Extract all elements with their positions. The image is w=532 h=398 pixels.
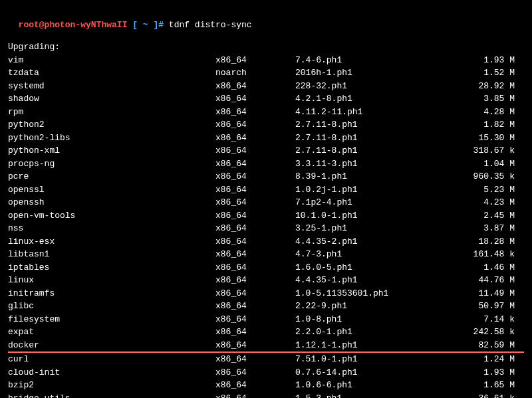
package-arch: x86_64: [215, 339, 295, 352]
package-size: 4.23 M: [428, 196, 515, 209]
package-version: 1.6.0-5.ph1: [295, 261, 428, 274]
package-arch: x86_64: [215, 300, 295, 313]
package-version: 2.22-9.ph1: [295, 300, 428, 313]
package-name: libtasn1: [8, 248, 215, 261]
prompt-path: [ ~ ]#: [127, 20, 164, 30]
package-version: 0.7.6-14.ph1: [295, 366, 428, 379]
package-version: 10.1.0-1.ph1: [295, 209, 428, 223]
package-version: 1.0.6-6.ph1: [295, 379, 428, 392]
package-name: systemd: [8, 80, 215, 93]
package-arch: x86_64: [215, 313, 295, 326]
package-size: 161.48 k: [428, 248, 515, 261]
package-size: 3.85 M: [428, 92, 515, 106]
package-row: dockerx86_641.12.1-1.ph182.59 M: [8, 339, 524, 353]
package-size: 242.58 k: [428, 326, 515, 339]
package-size: 1.82 M: [428, 118, 515, 132]
package-version: 228-32.ph1: [295, 80, 428, 93]
package-version: 3.3.11-3.ph1: [295, 157, 428, 171]
package-size: 4.28 M: [428, 106, 515, 119]
package-arch: x86_64: [215, 183, 295, 197]
package-name: openssh: [8, 196, 215, 209]
package-version: 4.7-3.ph1: [295, 248, 428, 261]
package-size: 28.92 M: [428, 80, 515, 93]
package-version: 2.7.11-8.ph1: [295, 132, 428, 145]
package-size: 50.97 M: [428, 300, 515, 313]
package-name: vim: [8, 54, 215, 67]
package-name: glibc: [8, 300, 215, 313]
package-arch: x86_64: [215, 222, 295, 235]
package-row: glibcx86_642.22-9.ph150.97 M: [8, 300, 524, 313]
package-row: pcrex86_648.39-1.ph1960.35 k: [8, 170, 524, 183]
package-size: 7.14 k: [428, 313, 515, 326]
package-row: bzip2x86_641.0.6-6.ph11.65 M: [8, 379, 524, 392]
package-arch: x86_64: [215, 392, 295, 399]
package-arch: x86_64: [215, 144, 295, 157]
package-row: systemdx86_64228-32.ph128.92 M: [8, 80, 524, 93]
package-arch: x86_64: [215, 235, 295, 249]
package-size: 3.87 M: [428, 222, 515, 235]
package-name: docker: [8, 339, 215, 352]
package-name: python2-libs: [8, 132, 215, 145]
package-name: filesystem: [8, 313, 215, 326]
package-row: open-vm-toolsx86_6410.1.0-1.ph12.45 M: [8, 209, 524, 223]
package-name: linux: [8, 274, 215, 287]
package-name: bzip2: [8, 379, 215, 392]
package-version: 3.25-1.ph1: [295, 222, 428, 235]
package-size: 1.65 M: [428, 379, 515, 392]
package-row: iptablesx86_641.6.0-5.ph11.46 M: [8, 261, 524, 274]
package-row: python2-libsx86_642.7.11-8.ph115.30 M: [8, 132, 524, 145]
package-version: 1.0-8.ph1: [295, 313, 428, 326]
package-list: vimx86_647.4-6.ph11.93 Mtzdatanoarch2016…: [8, 54, 524, 399]
package-size: 1.52 M: [428, 66, 515, 80]
package-size: 44.76 M: [428, 274, 515, 287]
package-size: 1.93 M: [428, 366, 515, 379]
package-version: 2.7.11-8.ph1: [295, 118, 428, 132]
package-arch: x86_64: [215, 248, 295, 261]
package-name: pcre: [8, 170, 215, 183]
package-name: nss: [8, 222, 215, 235]
package-version: 4.2.1-8.ph1: [295, 92, 428, 106]
package-version: 2016h-1.ph1: [295, 66, 428, 80]
package-arch: x86_64: [215, 366, 295, 379]
package-name: rpm: [8, 106, 215, 119]
prompt-user-host: root@photon-wyNThwaII: [19, 20, 128, 30]
package-size: 960.35 k: [428, 170, 515, 183]
package-row: linux-esxx86_644.4.35-2.ph118.28 M: [8, 235, 524, 249]
package-version: 7.51.0-1.ph1: [295, 353, 428, 366]
package-size: 1.46 M: [428, 261, 515, 274]
package-size: 2.45 M: [428, 209, 515, 223]
package-row: linuxx86_644.4.35-1.ph144.76 M: [8, 274, 524, 287]
package-version: 4.4.35-1.ph1: [295, 274, 428, 287]
package-name: tzdata: [8, 66, 215, 80]
section-header: Upgrading:: [8, 41, 524, 54]
package-version: 4.11.2-11.ph1: [295, 106, 428, 119]
package-arch: x86_64: [215, 261, 295, 274]
package-arch: x86_64: [215, 209, 295, 223]
package-row: tzdatanoarch2016h-1.ph11.52 M: [8, 66, 524, 80]
package-arch: x86_64: [215, 170, 295, 183]
package-version: 1.12.1-1.ph1: [295, 339, 428, 352]
package-arch: x86_64: [215, 54, 295, 67]
package-size: 36.61 k: [428, 392, 515, 399]
package-row: python-xmlx86_642.7.11-8.ph1318.67 k: [8, 144, 524, 157]
package-row: rpmx86_644.11.2-11.ph14.28 M: [8, 106, 524, 119]
package-arch: x86_64: [215, 353, 295, 366]
package-size: 82.59 M: [428, 339, 515, 352]
shell-prompt: root@photon-wyNThwaII [ ~ ]# tdnf distro…: [8, 5, 524, 31]
package-arch: x86_64: [215, 326, 295, 339]
package-name: openssl: [8, 183, 215, 197]
package-name: shadow: [8, 92, 215, 106]
package-row: shadowx86_644.2.1-8.ph13.85 M: [8, 92, 524, 106]
package-name: cloud-init: [8, 366, 215, 379]
package-name: open-vm-tools: [8, 209, 215, 223]
package-size: 318.67 k: [428, 144, 515, 157]
package-name: python2: [8, 118, 215, 132]
package-arch: x86_64: [215, 132, 295, 145]
package-version: 1.5-3.ph1: [295, 392, 428, 399]
package-version: 2.7.11-8.ph1: [295, 144, 428, 157]
package-arch: x86_64: [215, 118, 295, 132]
package-row: procps-ngx86_643.3.11-3.ph11.04 M: [8, 157, 524, 171]
package-size: 11.49 M: [428, 287, 515, 300]
package-size: 5.23 M: [428, 183, 515, 197]
package-size: 1.04 M: [428, 157, 515, 171]
